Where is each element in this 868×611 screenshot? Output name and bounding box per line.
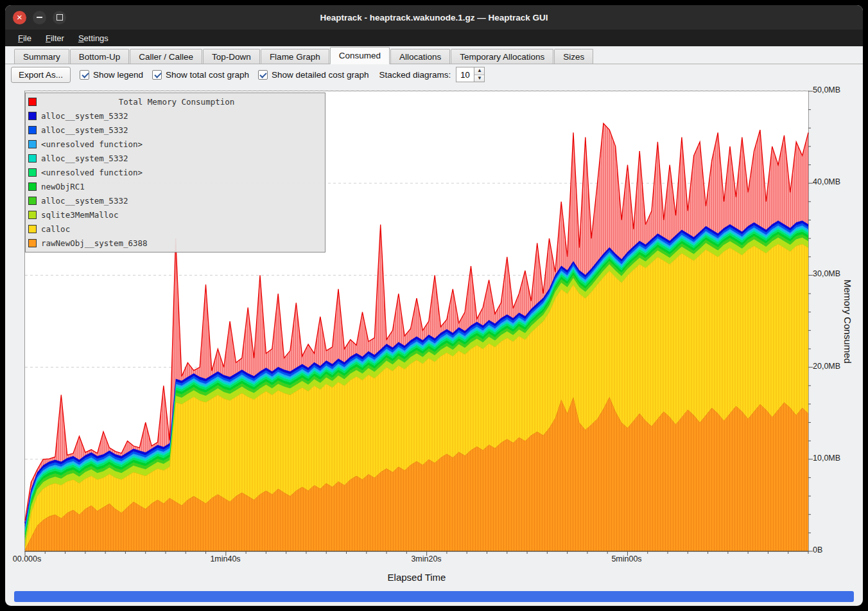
legend-label: <unresolved function> bbox=[41, 168, 143, 177]
tab-consumed[interactable]: Consumed bbox=[330, 47, 390, 64]
legend-item: sqlite3MemMalloc bbox=[26, 208, 325, 222]
legend-item: calloc bbox=[26, 222, 325, 236]
show-total-cost-checkbox[interactable]: Show total cost graph bbox=[152, 70, 249, 80]
export-as-button[interactable]: Export As... bbox=[11, 67, 71, 83]
y-axis-tick-label: 30,0MB bbox=[813, 269, 840, 278]
menu-settings[interactable]: Settings bbox=[72, 31, 115, 45]
legend-swatch bbox=[28, 154, 37, 163]
checkbox-label: Show legend bbox=[93, 70, 143, 80]
legend-label: calloc bbox=[41, 224, 70, 234]
legend-swatch bbox=[28, 126, 37, 134]
y-axis-tick-label: 20,0MB bbox=[813, 362, 840, 371]
legend-label: rawNewObj__system_6388 bbox=[41, 238, 148, 248]
x-axis-title: Elapsed Time bbox=[388, 572, 446, 583]
plot-area[interactable]: Total Memory Consumption alloc__system_5… bbox=[24, 91, 809, 552]
x-axis-tick-label: 00.000s bbox=[13, 554, 41, 563]
menu-filter[interactable]: Filter bbox=[39, 31, 71, 45]
tab-allocations[interactable]: Allocations bbox=[390, 49, 450, 64]
y-axis-title: Memory Consumed bbox=[842, 91, 853, 552]
x-axis-tick-label: 1min40s bbox=[210, 554, 240, 563]
legend-swatch bbox=[28, 211, 37, 219]
spin-buttons: ▲ ▼ bbox=[474, 67, 485, 82]
tab-bottom-up[interactable]: Bottom-Up bbox=[70, 49, 130, 64]
y-axis-tick-label: 40,0MB bbox=[813, 177, 840, 186]
menu-file[interactable]: File bbox=[12, 31, 38, 45]
checkbox-label: Show detailed cost graph bbox=[272, 70, 369, 80]
stacked-diagrams-label: Stacked diagrams: bbox=[379, 70, 451, 80]
legend-label: alloc__system_5332 bbox=[41, 196, 128, 206]
legend-label: alloc__system_5332 bbox=[41, 111, 128, 121]
legend-item: alloc__system_5332 bbox=[26, 123, 325, 137]
y-axis-tick-label: 10,0MB bbox=[813, 454, 840, 463]
checkbox-check-icon bbox=[258, 70, 268, 80]
chart-region: Total Memory Consumption alloc__system_5… bbox=[5, 85, 863, 606]
legend-label: alloc__system_5332 bbox=[41, 154, 128, 163]
x-axis-tick-label: 3min20s bbox=[411, 554, 441, 563]
legend-item: alloc__system_5332 bbox=[26, 109, 325, 123]
legend-swatch bbox=[28, 182, 37, 191]
checkbox-label: Show total cost graph bbox=[166, 70, 249, 80]
legend-item: rawNewObj__system_6388 bbox=[26, 236, 325, 250]
legend-label: sqlite3MemMalloc bbox=[41, 210, 118, 220]
tab-temporary-allocations[interactable]: Temporary Allocations bbox=[451, 49, 553, 64]
range-selector-bar[interactable] bbox=[14, 591, 854, 602]
show-detailed-cost-checkbox[interactable]: Show detailed cost graph bbox=[258, 70, 369, 80]
app-window: Heaptrack - heaptrack.wakunode.1.gz — He… bbox=[5, 5, 863, 606]
chart-legend: Total Memory Consumption alloc__system_5… bbox=[25, 93, 326, 252]
checkbox-check-icon bbox=[80, 70, 89, 80]
legend-swatch bbox=[28, 112, 37, 120]
maximize-button[interactable] bbox=[53, 11, 66, 24]
legend-swatch bbox=[28, 168, 37, 177]
menubar: File Filter Settings bbox=[5, 30, 863, 46]
toolbar: Export As... Show legend Show total cost… bbox=[5, 65, 863, 84]
legend-label: newObjRC1 bbox=[41, 182, 85, 191]
spin-down-icon[interactable]: ▼ bbox=[474, 75, 484, 82]
legend-item: <unresolved function> bbox=[26, 137, 325, 151]
legend-swatch bbox=[28, 225, 37, 233]
legend-title: Total Memory Consumption bbox=[119, 97, 235, 107]
tab-caller-callee[interactable]: Caller / Callee bbox=[130, 49, 202, 64]
legend-item: <unresolved function> bbox=[26, 165, 325, 179]
stacked-diagrams-input[interactable] bbox=[456, 67, 474, 82]
checkbox-check-icon bbox=[152, 70, 162, 80]
close-button[interactable] bbox=[13, 11, 26, 24]
legend-swatch bbox=[28, 239, 37, 247]
legend-item: alloc__system_5332 bbox=[26, 193, 325, 208]
stacked-diagrams-spinbox: ▲ ▼ bbox=[456, 67, 485, 82]
tab-top-down[interactable]: Top-Down bbox=[203, 49, 260, 64]
window-title: Heaptrack - heaptrack.wakunode.1.gz — He… bbox=[5, 13, 863, 22]
legend-item-total: Total Memory Consumption bbox=[26, 94, 325, 109]
legend-swatch bbox=[28, 98, 37, 106]
y-axis-tick-label: 50,0MB bbox=[813, 85, 840, 94]
show-legend-checkbox[interactable]: Show legend bbox=[80, 70, 143, 80]
legend-item: alloc__system_5332 bbox=[26, 151, 325, 165]
y-axis-tick-label: 0B bbox=[813, 545, 822, 554]
legend-label: alloc__system_5332 bbox=[41, 125, 128, 135]
tab-summary[interactable]: Summary bbox=[14, 49, 69, 64]
minimize-button[interactable] bbox=[33, 11, 46, 24]
titlebar: Heaptrack - heaptrack.wakunode.1.gz — He… bbox=[5, 5, 863, 30]
legend-swatch bbox=[28, 140, 37, 148]
spin-up-icon[interactable]: ▲ bbox=[474, 67, 484, 75]
legend-swatch bbox=[28, 197, 37, 205]
tab-sizes[interactable]: Sizes bbox=[554, 49, 593, 64]
tab-flame-graph[interactable]: Flame Graph bbox=[261, 49, 329, 64]
x-axis-tick-label: 5min00s bbox=[611, 554, 641, 563]
legend-item: newObjRC1 bbox=[26, 179, 325, 193]
tab-bar: Summary Bottom-Up Caller / Callee Top-Do… bbox=[5, 46, 863, 64]
legend-label: <unresolved function> bbox=[41, 139, 143, 149]
